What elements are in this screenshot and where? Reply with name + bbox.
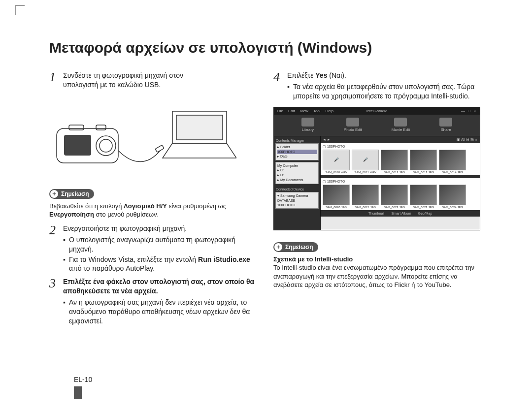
thumb-image[interactable]: SAM_0024.JPG — [439, 185, 466, 209]
step-3: 3 Επιλέξτε ένα φάκελο στον υπολογιστή σα… — [49, 277, 259, 326]
step-2: 2 Ενεργοποιήστε τη φωτογραφική μηχανή. ▪… — [49, 224, 259, 274]
thumb-image[interactable]: SAM_0012.JPG — [381, 150, 408, 174]
sidebar: Contents Manager ▸ Folder 100PHOTO ▸ Dat… — [274, 136, 321, 230]
thumb-image[interactable]: SAM_0013.JPG — [410, 150, 437, 174]
column-right: 4 Επιλέξτε Yes (Ναι). ▪Τα νέα αρχεία θα … — [273, 71, 483, 330]
bullet-icon: ▪ — [63, 235, 69, 254]
view-smart-album[interactable]: Smart Album — [391, 212, 411, 215]
svg-rect-7 — [176, 115, 223, 140]
column-left: 1 Συνδέστε τη φωτογραφική μηχανή στον υπ… — [49, 71, 259, 330]
step2-lead: Ενεργοποιήστε τη φωτογραφική μηχανή. — [63, 224, 259, 233]
svg-rect-6 — [155, 145, 164, 152]
top-mode-icons: Library Photo Edit Movie Edit Share — [274, 115, 480, 136]
segment-header: ▢ 100PHOTO — [323, 145, 478, 149]
svg-rect-1 — [64, 135, 91, 156]
main-area: ◄ ► ▣ All 日 箇 ☼ ▢ 100PHOTO 🎤SAM_0010.WAV… — [321, 136, 480, 230]
step2-bullet2: Για τα Windows Vista, επιλέξτε την εντολ… — [69, 255, 259, 274]
crop-mark — [15, 5, 25, 15]
mode-share[interactable]: Share — [439, 118, 452, 132]
status-bar: Thumbnail Smart Album Geo/Map — [321, 210, 480, 217]
note-label: Σημείωση — [61, 190, 89, 197]
main-toolbar: ◄ ► ▣ All 日 箇 ☼ — [321, 136, 480, 143]
sidebar-connected-header: Connected Device — [275, 186, 319, 192]
step2-bullet1: Ο υπολογιστής αναγνωρίζει αυτόματα τη φω… — [69, 235, 259, 254]
mode-movie-edit[interactable]: Movie Edit — [392, 118, 410, 132]
menu-edit[interactable]: Edit — [288, 109, 295, 113]
note-2-text: Σχετικά με το Intelli-studio Το Intelli-… — [273, 255, 483, 289]
nav-arrows[interactable]: ◄ ► — [323, 138, 331, 141]
sidebar-box-mycomputer[interactable]: My Computer ▸ C: ▸ D: ▸ My Documents — [275, 162, 319, 184]
thumb-audio[interactable]: 🎤SAM_0011.WAV — [352, 150, 379, 174]
view-thumbnail[interactable]: Thumbnail — [368, 212, 385, 215]
sidebar-box-device[interactable]: ▾ Samsung Camera DATABASE 100PHOTO — [275, 192, 319, 209]
step-body: Ενεργοποιήστε τη φωτογραφική μηχανή. ▪Ο … — [63, 224, 259, 274]
step-number: 1 — [49, 71, 63, 92]
svg-point-3 — [100, 139, 112, 152]
step4-lead: Επιλέξτε Yes (Ναι). — [287, 71, 483, 80]
step-body: Συνδέστε τη φωτογραφική μηχανή στον υπολ… — [63, 71, 183, 92]
thumb-image[interactable]: SAM_0022.JPG — [381, 185, 408, 209]
page-number: EL-10 — [74, 376, 92, 383]
mode-library[interactable]: Library — [301, 118, 314, 132]
thumb-image[interactable]: SAM_0023.JPG — [410, 185, 437, 209]
segment-header: ▢ 100PHOTO — [323, 180, 478, 184]
svg-rect-5 — [96, 125, 106, 130]
menu-file[interactable]: File — [277, 109, 283, 113]
step4-bullet1: Τα νέα αρχεία θα μεταφερθούν στον υπολογ… — [293, 82, 483, 101]
step3-bullet1: Αν η φωτογραφική σας μηχανή δεν περιέχει… — [69, 298, 259, 326]
bullet-icon: ▪ — [63, 255, 69, 274]
note-2-heading: Σχετικά με το Intelli-studio — [273, 255, 353, 263]
plus-icon: + — [274, 243, 282, 251]
note-badge-2: + Σημείωση — [273, 242, 318, 252]
sidebar-header: Contents Manager — [275, 138, 319, 143]
step-number: 3 — [49, 277, 63, 326]
step-1: 1 Συνδέστε τη φωτογραφική μηχανή στον υπ… — [49, 71, 259, 92]
bullet-icon: ▪ — [63, 298, 69, 326]
view-toggles[interactable]: ▣ All 日 箇 ☼ — [457, 137, 478, 142]
step-number: 2 — [49, 224, 63, 274]
menu-tool[interactable]: Tool — [313, 109, 321, 113]
note-1-text: Βεβαιωθείτε ότι η επιλογή Λογισμικό Η/Υ … — [49, 202, 259, 219]
segment-bottom: ▢ 100PHOTO SAM_0020.JPG SAM_0021.JPG SAM… — [321, 178, 480, 210]
note-badge-1: + Σημείωση — [49, 189, 94, 199]
svg-rect-4 — [69, 125, 84, 130]
thumb-image[interactable]: SAM_0014.JPG — [439, 150, 466, 174]
step-4: 4 Επιλέξτε Yes (Ναι). ▪Τα νέα αρχεία θα … — [273, 71, 483, 102]
step1-line2: υπολογιστή με το καλώδιο USB. — [63, 81, 161, 89]
step3-lead: Επιλέξτε ένα φάκελο στον υπολογιστή σας,… — [63, 277, 259, 296]
page-title: Μεταφορά αρχείων σε υπολογιστή (Windows) — [49, 39, 502, 56]
content-columns: 1 Συνδέστε τη φωτογραφική μηχανή στον υπ… — [49, 71, 483, 330]
footer-bar — [74, 386, 82, 399]
step1-line1: Συνδέστε τη φωτογραφική μηχανή στον — [63, 71, 183, 79]
thumb-image[interactable]: SAM_0021.JPG — [352, 185, 379, 209]
view-geomap[interactable]: Geo/Map — [418, 212, 432, 215]
svg-point-2 — [96, 136, 116, 156]
menu-view[interactable]: View — [300, 109, 308, 113]
bullet-icon: ▪ — [287, 82, 293, 101]
segment-top: ▢ 100PHOTO 🎤SAM_0010.WAV 🎤SAM_0011.WAV S… — [321, 143, 480, 175]
thumb-audio[interactable]: 🎤SAM_0010.WAV — [323, 150, 350, 174]
intelli-studio-screenshot: File Edit View Tool Help Intelli-studio … — [273, 107, 480, 230]
sidebar-box-contents[interactable]: ▸ Folder 100PHOTO ▸ Date — [275, 143, 319, 160]
menubar: File Edit View Tool Help Intelli-studio … — [274, 107, 480, 115]
step-number: 4 — [273, 71, 287, 102]
mode-photo-edit[interactable]: Photo Edit — [344, 118, 362, 132]
app-window: File Edit View Tool Help Intelli-studio … — [273, 107, 480, 230]
window-title: Intelli-studio — [366, 109, 388, 113]
plus-icon: + — [50, 190, 58, 198]
thumb-image[interactable]: SAM_0020.JPG — [323, 185, 350, 209]
menu-help[interactable]: Help — [326, 109, 333, 113]
page: Μεταφορά αρχείων σε υπολογιστή (Windows)… — [0, 0, 532, 411]
camera-to-laptop-illustration — [49, 101, 236, 175]
step-body: Επιλέξτε ένα φάκελο στον υπολογιστή σας,… — [63, 277, 259, 326]
window-buttons[interactable]: — □ × — [461, 109, 477, 113]
page-footer: EL-10 — [74, 376, 92, 399]
step-body: Επιλέξτε Yes (Ναι). ▪Τα νέα αρχεία θα με… — [287, 71, 483, 102]
note-label: Σημείωση — [285, 244, 313, 251]
